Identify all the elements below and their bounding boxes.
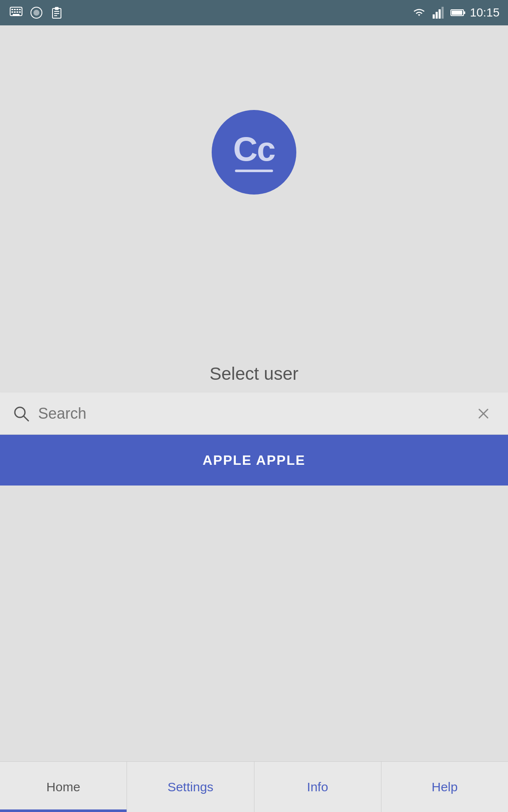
nav-item-home[interactable]: Home [0, 762, 127, 812]
nav-item-settings[interactable]: Settings [127, 762, 254, 812]
svg-point-11 [33, 10, 39, 16]
nav-item-home-label: Home [47, 780, 80, 794]
status-time: 10:15 [470, 6, 500, 19]
svg-rect-23 [452, 11, 462, 15]
search-icon [13, 405, 30, 422]
svg-rect-8 [19, 11, 21, 13]
battery-icon [450, 5, 466, 20]
svg-rect-4 [19, 9, 21, 10]
svg-rect-13 [55, 7, 58, 10]
app-logo: Cc [212, 110, 296, 195]
nav-item-home-indicator [0, 809, 127, 812]
status-bar: 10:15 [0, 0, 508, 25]
svg-rect-2 [14, 9, 16, 10]
nav-item-info[interactable]: Info [254, 762, 381, 812]
svg-rect-3 [17, 9, 18, 10]
main-content: Cc Select user APPLE APPLE [0, 25, 508, 761]
signal-icon [431, 5, 446, 20]
search-bar [0, 392, 508, 435]
svg-rect-6 [14, 11, 16, 13]
wifi-icon [411, 5, 427, 20]
select-user-label: Select user [210, 364, 298, 384]
status-bar-left-icons [8, 5, 64, 20]
bottom-nav: Home Settings Info Help [0, 761, 508, 812]
svg-rect-20 [442, 7, 444, 19]
svg-rect-19 [439, 9, 441, 19]
search-clear-button[interactable] [472, 402, 495, 425]
status-bar-right-icons: 10:15 [411, 5, 500, 20]
svg-rect-18 [436, 12, 438, 19]
clipboard-icon [49, 5, 64, 20]
circle-icon [29, 5, 44, 20]
app-logo-text: Cc [233, 132, 275, 166]
svg-rect-1 [11, 9, 13, 10]
nav-item-help-label: Help [432, 780, 458, 794]
user-list-item[interactable]: APPLE APPLE [0, 435, 508, 486]
svg-rect-17 [433, 14, 435, 19]
nav-item-help[interactable]: Help [381, 762, 508, 812]
svg-rect-22 [464, 11, 465, 14]
svg-line-25 [24, 416, 28, 421]
keyboard-icon [8, 5, 24, 20]
select-user-section: Select user APPLE APPLE [0, 364, 508, 486]
svg-rect-9 [13, 14, 19, 15]
svg-rect-5 [11, 11, 13, 13]
user-list-item-name: APPLE APPLE [202, 453, 305, 468]
nav-item-settings-label: Settings [168, 780, 213, 794]
nav-item-info-label: Info [307, 780, 328, 794]
svg-rect-7 [17, 11, 18, 13]
app-logo-underline [235, 170, 273, 172]
search-input[interactable] [38, 405, 472, 422]
